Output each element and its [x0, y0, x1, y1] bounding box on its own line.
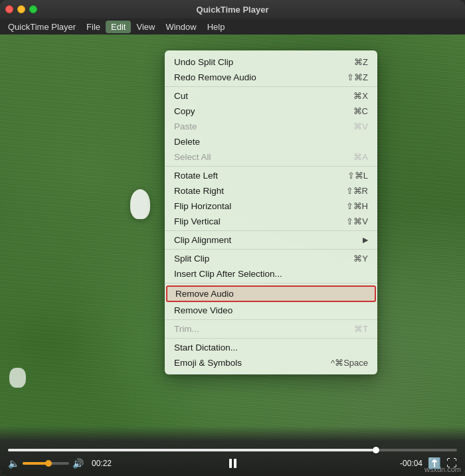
volume-thumb — [45, 460, 52, 467]
menu-section-input: Start Dictation... Emoji & Symbols ^⌘Spa… — [165, 339, 377, 372]
play-pause-button[interactable] — [223, 454, 242, 473]
menu-section-remove: Remove Audio Remove Video — [165, 283, 377, 320]
menu-item-delete[interactable]: Delete — [165, 134, 377, 149]
menu-help[interactable]: Help — [202, 21, 231, 33]
menu-item-remove-audio[interactable]: Remove Audio — [166, 285, 376, 302]
menu-section-transform: Rotate Left ⇧⌘L Rotate Right ⇧⌘R Flip Ho… — [165, 167, 377, 231]
menu-item-flip-horizontal[interactable]: Flip Horizontal ⇧⌘H — [165, 198, 377, 214]
edit-dropdown-menu: Undo Split Clip ⌘Z Redo Remove Audio ⇧⌘Z… — [165, 50, 377, 374]
close-button[interactable] — [5, 5, 13, 13]
traffic-lights — [5, 5, 37, 13]
controls-row: 🔈 🔊 00:22 -00:04 ⬆️ — [8, 457, 457, 469]
player-controls: 🔈 🔊 00:22 -00:04 ⬆️ — [0, 426, 465, 476]
zoom-button[interactable] — [29, 5, 37, 13]
menu-item-select-all: Select All ⌘A — [165, 149, 377, 165]
title-bar: QuickTime Player — [0, 0, 465, 19]
menu-view[interactable]: View — [131, 21, 160, 33]
menu-section-undo: Undo Split Clip ⌘Z Redo Remove Audio ⇧⌘Z — [165, 53, 377, 87]
video-subject — [130, 189, 150, 219]
volume-high-icon: 🔊 — [72, 458, 84, 469]
menu-item-insert-clip[interactable]: Insert Clip After Selection... — [165, 266, 377, 281]
watermark: wsxdn.com — [424, 465, 461, 473]
menu-item-cut[interactable]: Cut ⌘X — [165, 88, 377, 104]
menu-item-trim: Trim... ⌘T — [165, 321, 377, 337]
video-subject-2 — [9, 368, 26, 388]
menu-section-clipboard: Cut ⌘X Copy ⌘C Paste ⌘V Delete Select Al… — [165, 87, 377, 167]
volume-track[interactable] — [23, 462, 69, 465]
time-end: -00:04 — [400, 459, 422, 468]
menu-file[interactable]: File — [81, 21, 106, 33]
menu-item-copy[interactable]: Copy ⌘C — [165, 104, 377, 119]
menu-item-rotate-left[interactable]: Rotate Left ⇧⌘L — [165, 168, 377, 183]
progress-area[interactable] — [8, 449, 457, 451]
volume-low-icon: 🔈 — [8, 458, 19, 469]
menu-edit[interactable]: Edit — [106, 21, 131, 33]
menu-section-trim: Trim... ⌘T — [165, 320, 377, 339]
app-title: QuickTime Player — [197, 5, 269, 15]
progress-track[interactable] — [8, 449, 457, 451]
menu-item-start-dictation[interactable]: Start Dictation... — [165, 340, 377, 355]
menu-section-alignment: Clip Alignment ▶ — [165, 231, 377, 250]
menu-item-emoji-symbols[interactable]: Emoji & Symbols ^⌘Space — [165, 355, 377, 370]
menu-item-split-clip[interactable]: Split Clip ⌘Y — [165, 251, 377, 266]
menu-item-rotate-right[interactable]: Rotate Right ⇧⌘R — [165, 183, 377, 198]
minimize-button[interactable] — [17, 5, 25, 13]
menu-section-clip: Split Clip ⌘Y Insert Clip After Selectio… — [165, 250, 377, 283]
menu-item-remove-video[interactable]: Remove Video — [165, 303, 377, 318]
volume-section: 🔈 🔊 — [8, 458, 84, 469]
progress-thumb — [373, 447, 379, 453]
app-window: QuickTime Player QuickTime Player File E… — [0, 0, 465, 476]
video-area: 🔈 🔊 00:22 -00:04 ⬆️ — [0, 35, 465, 476]
menu-quicktime[interactable]: QuickTime Player — [3, 21, 81, 33]
menu-window[interactable]: Window — [160, 21, 201, 33]
time-current: 00:22 — [92, 459, 112, 468]
menu-item-redo-remove-audio[interactable]: Redo Remove Audio ⇧⌘Z — [165, 70, 377, 85]
menu-item-paste: Paste ⌘V — [165, 119, 377, 134]
menu-bar: QuickTime Player File Edit View Window H… — [0, 19, 465, 35]
menu-item-flip-vertical[interactable]: Flip Vertical ⇧⌘V — [165, 214, 377, 229]
submenu-arrow-icon: ▶ — [363, 236, 368, 244]
menu-item-clip-alignment[interactable]: Clip Alignment ▶ — [165, 232, 377, 248]
progress-fill — [8, 449, 376, 451]
pause-icon — [229, 459, 236, 468]
menu-item-undo-split-clip[interactable]: Undo Split Clip ⌘Z — [165, 54, 377, 70]
